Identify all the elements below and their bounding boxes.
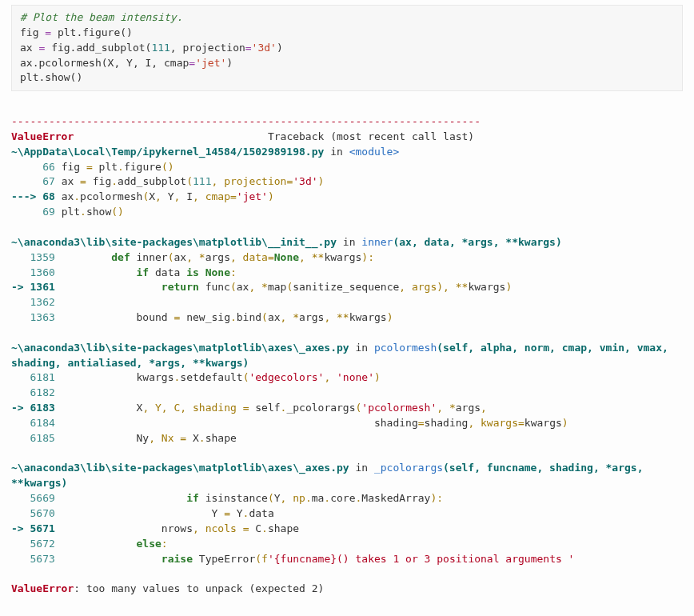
frame-path: ~\anaconda3\lib\site-packages\matplotlib… — [11, 462, 349, 474]
final-error-msg: : too many values to unpack (expected 2) — [74, 582, 324, 594]
final-error-name: ValueError — [11, 582, 74, 594]
traceback-output: ----------------------------------------… — [11, 99, 683, 597]
code-comment: # Plot the beam intensity. — [20, 11, 183, 23]
error-name: ValueError — [11, 130, 74, 142]
dash-rule: ----------------------------------------… — [11, 115, 481, 127]
arrow-line: ---> 68 — [11, 190, 62, 202]
frame-path: ~\anaconda3\lib\site-packages\matplotlib… — [11, 342, 349, 354]
frame-path: ~\AppData\Local\Temp/ipykernel_14584/150… — [11, 146, 324, 158]
code-cell[interactable]: # Plot the beam intensity. fig = plt.fig… — [11, 5, 683, 91]
frame-path: ~\anaconda3\lib\site-packages\matplotlib… — [11, 236, 337, 248]
